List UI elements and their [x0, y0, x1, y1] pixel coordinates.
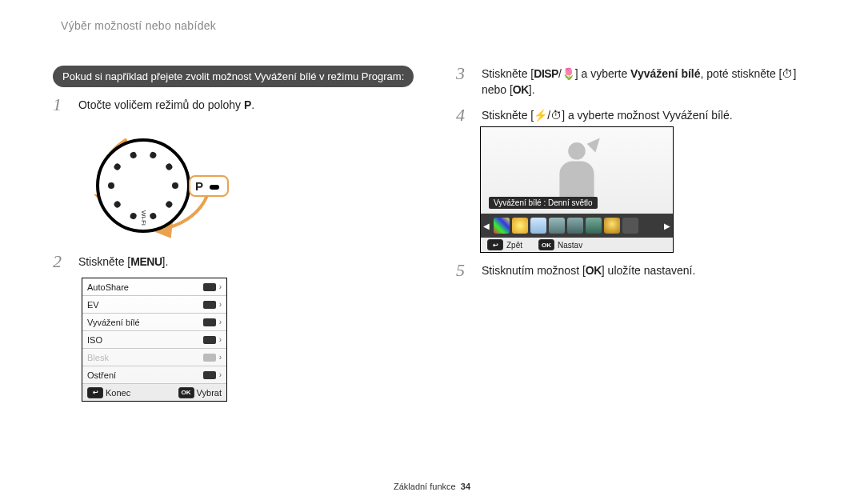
step-2: 2 Stiskněte [MENU]. — [53, 254, 429, 270]
mode-dial-figure: Wi-Fi P — [82, 124, 250, 244]
step-4: 4 Stiskněte [⚡/⏱] a vyberte možnost Vyvá… — [456, 107, 824, 123]
menu-row-label: Ostření — [87, 370, 116, 380]
wb-chip-cloudy — [530, 218, 546, 234]
chevron-right-icon: › — [219, 335, 222, 344]
menu-row-label: EV — [87, 300, 99, 310]
step-number: 2 — [53, 254, 74, 270]
back-label: Konec — [106, 388, 130, 398]
footer-page: 34 — [461, 482, 470, 491]
breadcrumb: Výběr možností nebo nabídek — [61, 19, 216, 32]
menu-row-wb: Vyvážení bílé › — [82, 314, 226, 331]
strip-left-icon: ◀ — [483, 222, 490, 230]
step-1-text-post: . — [251, 98, 254, 111]
ok-key-icon: OK — [178, 387, 194, 398]
step-number: 3 — [456, 66, 477, 82]
iso-icon — [203, 336, 216, 344]
ok-key-label: OK — [513, 83, 529, 96]
step-number: 1 — [53, 97, 74, 113]
share-icon — [203, 283, 216, 291]
step-3: 3 Stiskněte [DISP/🌷] a vyberte Vyvážení … — [456, 66, 824, 98]
flash-key-icon: ⚡ — [534, 109, 547, 122]
ok-label: Nastav — [558, 241, 582, 250]
wb-chip-auto — [494, 218, 510, 234]
ok-key-icon: OK — [538, 239, 554, 250]
wb-option-strip: ◀ ▶ — [481, 214, 673, 238]
wb-chip-daylight — [512, 218, 528, 234]
ok-key-label: OK — [586, 264, 602, 277]
step-1-text-pre: Otočte voličem režimů do polohy — [78, 98, 244, 111]
strip-right-icon: ▶ — [664, 222, 670, 230]
wb-value-tag: Vyvážení bílé : Denní světlo — [489, 197, 598, 209]
menu-row-iso: ISO › — [82, 331, 226, 349]
wb-chip-fluorescent-h — [549, 218, 565, 234]
back-key-icon: ↩ — [87, 387, 103, 398]
step-2-post: ]. — [162, 255, 169, 268]
focus-icon — [203, 371, 216, 379]
ev-icon — [203, 301, 216, 309]
wifi-label: Wi-Fi — [140, 210, 147, 226]
menu-row-ev: EV › — [82, 296, 226, 314]
chevron-right-icon: › — [219, 370, 222, 379]
menu-row-label: ISO — [87, 335, 102, 345]
wb-chip-tungsten — [604, 218, 620, 234]
step-number: 4 — [456, 107, 477, 123]
chevron-right-icon: › — [219, 282, 222, 291]
footer-section: Základní funkce — [394, 482, 456, 491]
wb-chip-fluorescent-l — [567, 218, 583, 234]
menu-key-label: MENU — [130, 255, 162, 268]
menu-row-label: Vyvážení bílé — [87, 318, 140, 327]
wb-preview-figure: Vyvážení bílé : Denní světlo ◀ ▶ ↩Zpět O… — [480, 126, 674, 253]
wb-chip-fluorescent-w — [586, 218, 602, 234]
step-1-mode: P — [244, 98, 251, 111]
page-footer: Základní funkce 34 — [0, 482, 864, 491]
wb-chip-custom — [622, 218, 638, 234]
menu-row-label: AutoShare — [87, 282, 129, 292]
back-key-icon: ↩ — [487, 239, 503, 250]
flash-icon — [203, 354, 216, 362]
indicator-mark-icon — [210, 185, 219, 190]
chevron-right-icon: › — [219, 353, 222, 362]
example-callout: Pokud si například přejete zvolit možnos… — [53, 66, 414, 87]
step-5: 5 Stisknutím možnost [OK] uložíte nastav… — [456, 262, 824, 278]
menu-panel: AutoShare › EV › Vyvážení bílé › ISO › B… — [82, 278, 227, 402]
preview-scene: Vyvážení bílé : Denní světlo — [481, 127, 673, 214]
menu-row-flash: Blesk › — [82, 349, 226, 366]
mode-indicator: P — [189, 175, 229, 197]
menu-row-autoshare: AutoShare › — [82, 278, 226, 296]
mode-dial: Wi-Fi — [96, 138, 190, 233]
step-2-pre: Stiskněte [ — [78, 255, 130, 268]
menu-row-focus: Ostření › — [82, 366, 226, 384]
ok-label: Vybrat — [197, 388, 222, 398]
menu-row-label: Blesk — [87, 353, 109, 362]
step-number: 5 — [456, 262, 477, 278]
wb-icon — [203, 318, 216, 326]
macro-icon: 🌷 — [562, 67, 575, 80]
back-label: Zpět — [506, 241, 522, 250]
timer-icon: ⏱ — [550, 109, 562, 122]
chevron-right-icon: › — [219, 318, 222, 326]
step-3-bold: Vyvážení bílé — [630, 67, 700, 80]
disp-key-label: DISP — [534, 67, 558, 80]
menu-bottom-bar: ↩Konec OKVybrat — [82, 384, 226, 401]
mode-indicator-label: P — [195, 179, 203, 193]
step-1: 1 Otočte voličem režimů do polohy P. — [53, 97, 429, 113]
preview-bottom-bar: ↩Zpět OKNastav — [481, 238, 673, 252]
chevron-right-icon: › — [219, 300, 222, 309]
timer-icon: ⏱ — [782, 67, 793, 80]
